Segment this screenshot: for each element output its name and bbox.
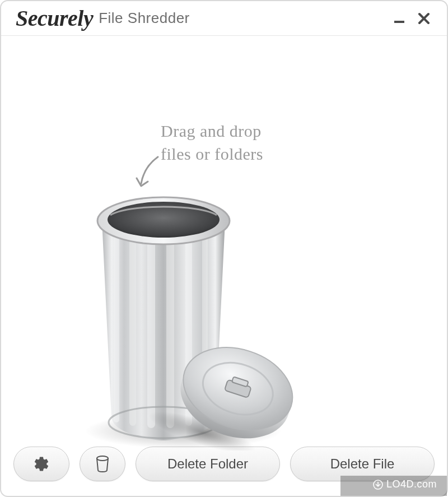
svg-rect-5 [129, 230, 136, 426]
minimize-button[interactable] [389, 8, 410, 29]
app-subtitle: File Shredder [99, 10, 190, 27]
drop-hint: Drag and drop files or folders [161, 120, 263, 165]
delete-folder-button[interactable]: Delete Folder [136, 447, 280, 481]
trash-can-illustration [77, 182, 323, 450]
app-window: Securely File Shredder Drag and drop fil… [0, 0, 448, 497]
settings-button[interactable] [13, 447, 69, 481]
svg-rect-6 [147, 229, 155, 428]
drop-hint-line1: Drag and drop [161, 122, 262, 140]
close-button[interactable] [413, 8, 435, 29]
trash-icon [95, 456, 110, 472]
watermark: LO4D.com [373, 479, 439, 490]
empty-bin-button[interactable] [80, 447, 125, 481]
delete-file-label: Delete File [330, 456, 395, 472]
titlebar: Securely File Shredder [1, 1, 447, 36]
drop-hint-line2: files or folders [161, 143, 263, 166]
watermark-text: LO4D.com [386, 479, 437, 490]
gear-icon [33, 456, 50, 472]
app-brand: Securely [16, 5, 93, 31]
svg-point-19 [97, 456, 108, 461]
svg-rect-7 [166, 229, 174, 428]
minimize-icon [393, 12, 405, 25]
trash-can-icon [77, 182, 323, 450]
svg-rect-4 [114, 232, 119, 422]
watermark-download-icon [373, 480, 383, 490]
drop-zone[interactable]: Drag and drop files or folders [1, 36, 447, 442]
svg-rect-0 [394, 21, 404, 23]
close-icon [417, 12, 431, 25]
delete-folder-label: Delete Folder [167, 456, 248, 472]
